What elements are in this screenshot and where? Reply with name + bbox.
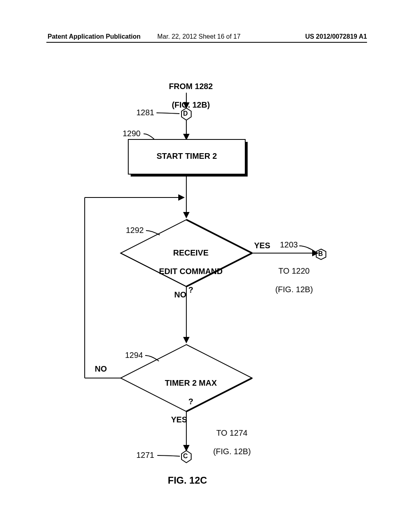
ref-1271: 1271 (136, 451, 154, 460)
to-1220-label: TO 1220 (FIG. 12B) (261, 257, 318, 303)
no-label-1294: NO (95, 364, 107, 374)
figure-caption: FIG. 12C (168, 475, 207, 486)
dec1292-l3: ? (188, 285, 193, 294)
yes-label-1292: YES (254, 241, 270, 250)
receive-edit-decision-text: RECEIVE EDIT COMMAND ? (142, 239, 231, 304)
page: Patent Application Publication Mar. 22, … (0, 0, 413, 532)
to1274-l2: (FIG. 12B) (213, 447, 250, 456)
dec1294-l1: TIMER 2 MAX (165, 378, 217, 387)
no-label-1292: NO (174, 290, 186, 299)
to1220-l1: TO 1220 (278, 266, 309, 275)
yes-label-1294: YES (171, 415, 187, 424)
dec1292-l2: EDIT COMMAND (159, 267, 223, 276)
ref-1292: 1292 (126, 226, 144, 235)
timer2-max-decision-text: TIMER 2 MAX ? (142, 369, 231, 416)
dec1294-l2: ? (188, 397, 193, 406)
ref-1290: 1290 (123, 129, 141, 138)
dec1292-l1: RECEIVE (173, 248, 209, 257)
connector-d: D (183, 110, 188, 117)
ref-1294: 1294 (125, 351, 143, 360)
ref-1281: 1281 (136, 108, 154, 117)
to-1274-label: TO 1274 (FIG. 12B) (199, 419, 256, 466)
to1220-l2: (FIG. 12B) (275, 285, 313, 294)
ref-1203: 1203 (280, 240, 298, 249)
start-timer-box-text: START TIMER 2 (128, 152, 245, 161)
connector-c: C (183, 453, 188, 460)
to1274-l1: TO 1274 (216, 428, 247, 437)
connector-b: B (318, 250, 323, 258)
